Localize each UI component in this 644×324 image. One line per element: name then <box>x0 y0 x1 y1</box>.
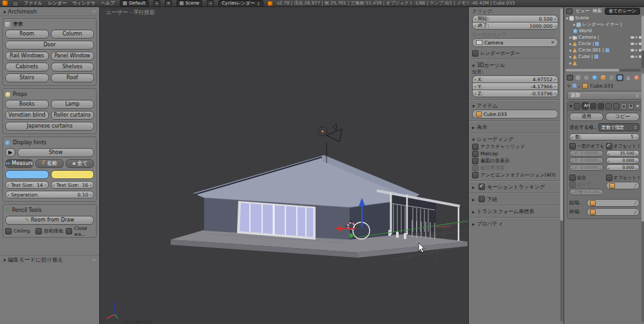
background-images-checkbox[interactable] <box>478 196 485 202</box>
visibility-eye-icon[interactable] <box>630 55 634 58</box>
close-walls-checkbox[interactable] <box>66 228 72 234</box>
properties-header[interactable]: プロパティ <box>472 220 558 227</box>
roller-curtains-button[interactable]: Roller curtains <box>51 111 95 120</box>
lamp-object[interactable] <box>318 127 327 136</box>
object-offset-field[interactable]: ╱ <box>606 182 640 189</box>
menu-help[interactable]: ヘルプ <box>100 0 116 6</box>
cursor-z-slider[interactable]: Z: -0.53796 <box>472 90 558 97</box>
outliner-search-menu[interactable]: 検索 <box>592 8 601 14</box>
tab-object[interactable] <box>600 74 607 81</box>
panel-grip-icon[interactable]: ≡ <box>92 258 96 263</box>
start-cap-field[interactable]: ╱ <box>587 199 639 207</box>
relative-offset-checkbox[interactable] <box>606 143 612 149</box>
roof-button[interactable]: Roof <box>51 73 95 82</box>
tab-data[interactable] <box>625 74 632 81</box>
edit-mode-header[interactable]: 編集モードに切り替え ≡ <box>0 256 99 264</box>
eyedropper-icon[interactable]: ╱ <box>634 201 636 205</box>
3d-cursor-header[interactable]: 3Dカーソル <box>472 61 558 69</box>
background-images-header[interactable]: 下絵 <box>472 195 558 203</box>
scene-add-button[interactable]: + <box>207 0 214 7</box>
item-name-field[interactable]: Cube.033 <box>472 110 558 119</box>
display-header[interactable]: 表示 <box>472 123 558 131</box>
modifier-name-field[interactable]: Arr <box>582 102 589 110</box>
selectability-icon[interactable] <box>636 49 638 52</box>
expand-dot-icon[interactable] <box>569 43 571 45</box>
menu-render[interactable]: レンダー <box>48 0 68 6</box>
pin-icon[interactable]: ✛ <box>567 83 571 89</box>
outliner-row-world[interactable]: World <box>564 28 644 34</box>
constant-offset-y[interactable]: Y:0.00000 <box>569 157 603 164</box>
outliner-row-cube[interactable]: Cube | <box>564 53 644 60</box>
edit-mode-toggle[interactable] <box>605 103 612 110</box>
menu-file[interactable]: ファイル <box>23 0 43 6</box>
properties-scrollbar[interactable] <box>641 73 644 322</box>
n-panel-scrollbar[interactable] <box>560 8 563 321</box>
room-from-draw-button[interactable]: ✎ Room from Draw <box>5 216 94 225</box>
merge-distance-slider[interactable]: 距離:0.0100 <box>569 189 603 195</box>
end-cap-field[interactable]: ╱ <box>587 208 639 216</box>
tab-constraints[interactable] <box>608 74 615 81</box>
delete-modifier-icon[interactable]: ✕ <box>636 104 639 109</box>
matcap-checkbox[interactable] <box>472 151 478 157</box>
tab-render[interactable] <box>574 74 582 81</box>
scene-selector[interactable]: Scene <box>176 0 202 7</box>
render-engine-selector[interactable]: Cyclesレンダー ↕ <box>218 0 263 7</box>
rail-windows-button[interactable]: Rail Windows <box>5 52 49 61</box>
expand-dot-icon[interactable] <box>569 56 571 58</box>
column-button[interactable]: Column <box>51 30 95 39</box>
object-offset-checkbox[interactable] <box>606 175 612 181</box>
breadcrumb-object-name[interactable]: Cube.033 <box>590 83 613 89</box>
visibility-eye-icon[interactable] <box>630 36 634 39</box>
fit-type-dropdown[interactable]: 定数で指定 <box>598 123 639 131</box>
eyedropper-icon[interactable]: ╱ <box>634 184 636 188</box>
ceiling-checkbox[interactable] <box>5 228 12 234</box>
count-slider[interactable]: 数: 5 <box>569 133 639 140</box>
motion-tracking-checkbox[interactable] <box>478 184 485 190</box>
relative-offset-x[interactable]: 35.500 <box>606 150 640 157</box>
all-toggle[interactable]: ▪ 全て <box>66 159 94 168</box>
ambient-occlusion-checkbox[interactable] <box>472 172 478 178</box>
show-button[interactable]: Show <box>17 148 94 157</box>
tab-world[interactable] <box>591 74 598 81</box>
screen-delete-button[interactable]: ✕ <box>165 0 172 7</box>
textured-solid-checkbox[interactable] <box>472 144 478 150</box>
cabinets-button[interactable]: Cabinets <box>5 62 49 71</box>
names-toggle[interactable]: F 名前 <box>35 159 64 168</box>
visibility-eye-icon[interactable] <box>630 43 634 45</box>
tab-modifiers[interactable] <box>616 74 623 81</box>
outliner-horizontal-scrollbar[interactable] <box>565 69 641 71</box>
loop-checkbox[interactable] <box>569 182 576 188</box>
transform-orientation-header[interactable]: トランスフォーム座標系 <box>472 207 558 215</box>
screen-layout-selector[interactable]: Default <box>120 0 149 7</box>
expand-dot-icon[interactable] <box>573 24 575 26</box>
viewport-3d[interactable]: ユーザー・平行投影 (1) Cube.033 <box>100 7 468 324</box>
outliner-vertical-scrollbar[interactable] <box>641 15 644 68</box>
panel-window-button[interactable]: Panel Window <box>51 52 95 61</box>
relative-offset-z[interactable]: 0.000 <box>606 164 640 171</box>
tab-material[interactable] <box>633 74 640 81</box>
outliner-row-circle[interactable]: Circle | <box>564 41 644 47</box>
play-icon-button[interactable]: ▶ <box>5 148 15 157</box>
books-button[interactable]: Books <box>5 100 49 109</box>
stairs-button[interactable]: Stairs <box>5 73 49 82</box>
expand-icon[interactable]: ▼ <box>569 104 573 108</box>
merge-checkbox[interactable] <box>569 175 576 181</box>
auto-ground-checkbox[interactable] <box>35 228 42 234</box>
outliner-display-mode-dropdown[interactable]: 全てのシーン <box>605 8 640 15</box>
constant-offset-x[interactable]: X:0.00000 <box>569 150 603 157</box>
room-button[interactable]: Room <box>5 30 49 39</box>
tab-scene[interactable] <box>583 74 590 81</box>
relative-offset-y[interactable]: 0.000 <box>606 157 640 164</box>
clip-end-slider[interactable]: 終了: 1000.000 <box>472 22 558 30</box>
item-header[interactable]: アイテム <box>472 102 558 110</box>
backface-culling-checkbox[interactable] <box>472 158 478 164</box>
text-size-left-slider[interactable]: Text Size: 14 <box>5 181 49 189</box>
lamp-button[interactable]: Lamp <box>51 100 95 109</box>
screen-add-button[interactable]: + <box>153 0 160 7</box>
archimesh-panel-header[interactable]: Archimesh ≡ <box>0 7 99 16</box>
outliner-row-camera[interactable]: Camera | <box>564 34 644 41</box>
sliding-doors[interactable] <box>237 201 316 240</box>
measures-toggle[interactable]: ↔ Measures <box>5 159 33 168</box>
move-down-button[interactable]: ▼ <box>628 103 634 110</box>
panel-grip-icon[interactable]: ≡ <box>92 9 96 14</box>
